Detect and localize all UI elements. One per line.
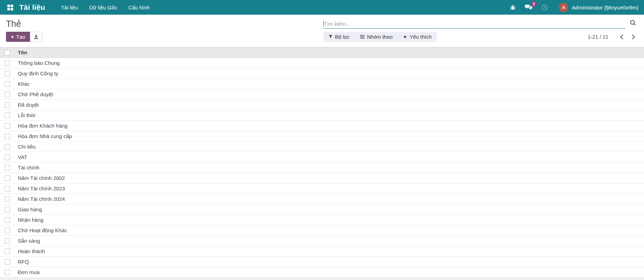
table-row[interactable]: Đơn mua [0,267,644,278]
pager: 1-21 / 21 [588,33,639,41]
row-checkbox[interactable] [5,154,10,160]
create-button[interactable]: + Tạo [6,32,30,42]
row-checkbox[interactable] [5,270,10,275]
row-checkbox[interactable] [5,207,10,212]
select-all-checkbox[interactable] [5,50,10,55]
row-checkbox-cell [0,196,18,202]
table-row[interactable]: Năm Tài chính 2002 [0,173,644,183]
row-name: Năm Tài chính 2024 [18,196,644,202]
pager-next-button[interactable] [628,33,639,41]
navbar-menu-item-label: Tài liệu [61,5,78,10]
row-name: Nhận hàng [18,217,644,223]
table-row[interactable]: Hoàn thành [0,246,644,257]
filters-button[interactable]: Bộ lọc [323,32,355,42]
table-row[interactable]: Chờ Phê duyệt [0,89,644,100]
navbar-menu-item[interactable]: Cấu hình [123,1,155,14]
row-name: RFQ [18,259,644,265]
list-bars-icon [360,35,365,39]
row-checkbox[interactable] [5,196,10,202]
row-checkbox[interactable] [5,123,10,129]
table-row[interactable]: Sẵn sàng [0,236,644,246]
row-checkbox[interactable] [5,175,10,181]
control-panel: Thẻ + Tạo [0,15,644,47]
row-checkbox[interactable] [5,238,10,244]
column-header-name[interactable]: Tên [18,50,644,55]
search-icon-button[interactable] [625,19,639,29]
row-checkbox-cell [0,60,18,66]
table-row[interactable]: RFQ [0,257,644,267]
chevron-left-icon [620,34,624,40]
table-row[interactable]: Hóa đơn Nhà cung cấp [0,131,644,142]
activities-clock-button[interactable] [537,2,552,13]
table-row[interactable]: Chờ Hoạt động Khác [0,225,644,236]
table-row[interactable]: Khác [0,79,644,89]
favorites-button-label: Yêu thích [410,34,432,40]
row-checkbox-cell [0,71,18,76]
table-row[interactable]: Giao hàng [0,204,644,215]
row-checkbox[interactable] [5,259,10,265]
avatar: A [559,3,568,12]
table-row[interactable]: Chi tiêu [0,142,644,152]
row-checkbox[interactable] [5,92,10,97]
navbar-menu: Tài liệuDữ liệu GốcCấu hình [56,1,155,14]
row-checkbox-cell [0,249,18,254]
row-checkbox-cell [0,123,18,129]
table-row[interactable]: Năm Tài chính 2023 [0,183,644,194]
row-name: Lỗi thời [18,112,644,118]
row-checkbox-cell [0,217,18,223]
row-checkbox[interactable] [5,165,10,171]
messages-button[interactable]: 2 [520,2,537,13]
table-row[interactable]: Đã duyệt [0,100,644,110]
table-row[interactable]: Quy định Công ty [0,68,644,79]
table-row[interactable]: Tài chính [0,162,644,173]
row-checkbox[interactable] [5,228,10,233]
row-name: Hóa đơn Nhà cung cấp [18,133,644,139]
search-row [323,19,639,29]
app-brand[interactable]: Tài liệu [19,3,45,12]
row-checkbox[interactable] [5,81,10,87]
apps-menu-button[interactable] [6,3,15,12]
row-checkbox[interactable] [5,144,10,150]
favorites-button[interactable]: ★ Yêu thích [398,32,437,42]
table-row[interactable]: Nhận hàng [0,215,644,225]
table-row[interactable]: Năm Tài chính 2024 [0,194,644,204]
row-name: Năm Tài chính 2002 [18,175,644,181]
row-checkbox[interactable] [5,134,10,139]
navbar-menu-item-label: Cấu hình [128,5,149,10]
table-row[interactable]: Thông báo Chung [0,58,644,68]
row-checkbox-cell [0,186,18,191]
star-icon: ★ [403,35,407,39]
row-checkbox-cell [0,92,18,97]
row-checkbox-cell [0,144,18,150]
table-row[interactable]: Lỗi thời [0,110,644,121]
row-checkbox[interactable] [5,186,10,191]
control-panel-left: Thẻ + Tạo [0,15,323,47]
pager-previous-button[interactable] [616,33,628,41]
table-row[interactable]: Hóa đơn Khách hàng [0,121,644,131]
debug-bug-button[interactable] [505,2,520,13]
search-input[interactable] [324,20,625,27]
user-name: Administrator (fj6nyue0vi9m) [572,5,638,10]
create-button-label: Tạo [16,34,25,40]
row-checkbox[interactable] [5,60,10,66]
app-root: Tài liệu Tài liệuDữ liệu GốcCấu hình 2 [0,0,644,280]
row-checkbox[interactable] [5,217,10,223]
row-name: Chờ Phê duyệt [18,91,644,97]
table-row[interactable]: VAT [0,152,644,162]
navbar-menu-item[interactable]: Dữ liệu Gốc [83,1,123,14]
group-by-button[interactable]: Nhóm theo [355,32,398,42]
user-menu[interactable]: A Administrator (fj6nyue0vi9m) [559,3,638,12]
row-checkbox-cell [0,259,18,265]
pager-range: 1-21 / 21 [588,34,608,40]
row-checkbox[interactable] [5,71,10,76]
navbar-menu-item[interactable]: Tài liệu [56,1,83,14]
header-checkbox-cell [0,50,18,55]
records-table: Tên Thông báo Chung Quy định Công ty [0,47,644,280]
row-checkbox[interactable] [5,113,10,118]
row-checkbox[interactable] [5,102,10,108]
row-name: Khác [18,81,644,87]
row-checkbox[interactable] [5,249,10,254]
row-name: Hóa đơn Khách hàng [18,123,644,129]
export-button[interactable] [30,32,43,42]
row-checkbox-cell [0,228,18,233]
